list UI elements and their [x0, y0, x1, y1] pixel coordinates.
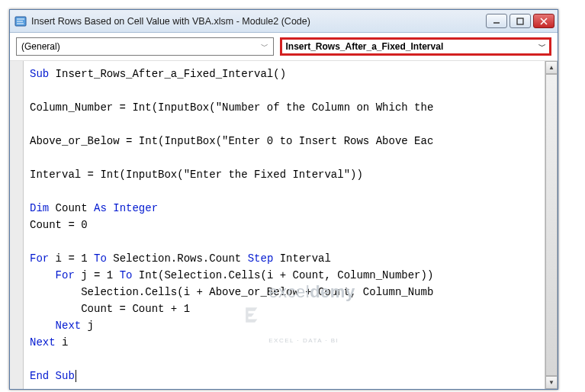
chevron-down-icon: ﹀: [538, 41, 546, 52]
scroll-down-button[interactable]: ▼: [545, 376, 558, 389]
chevron-down-icon: ﹀: [261, 41, 268, 52]
window-buttons: [486, 14, 554, 28]
procedure-dropdown-value: Insert_Rows_After_a_Fixed_Interval: [285, 41, 443, 52]
object-dropdown[interactable]: (General) ﹀: [16, 37, 274, 56]
maximize-button[interactable]: [509, 14, 531, 28]
vba-code-window: Insert Rows Based on Cell Value with VBA…: [9, 9, 558, 390]
code-editor[interactable]: Sub Insert_Rows_After_a_Fixed_Interval()…: [24, 61, 545, 389]
procedure-dropdown[interactable]: Insert_Rows_After_a_Fixed_Interval ﹀: [280, 37, 551, 56]
minimize-button[interactable]: [486, 14, 507, 28]
scroll-up-button[interactable]: ▲: [545, 61, 558, 74]
titlebar[interactable]: Insert Rows Based on Cell Value with VBA…: [10, 10, 558, 33]
dropdown-row: (General) ﹀ Insert_Rows_After_a_Fixed_In…: [10, 33, 558, 61]
margin-indicator-bar[interactable]: [10, 61, 24, 389]
vba-module-icon: [14, 15, 27, 27]
code-pane: Sub Insert_Rows_After_a_Fixed_Interval()…: [10, 61, 558, 389]
vertical-scrollbar[interactable]: ▲ ▼: [545, 61, 558, 389]
window-title: Insert Rows Based on Cell Value with VBA…: [31, 16, 486, 27]
scroll-thumb[interactable]: [545, 74, 558, 376]
object-dropdown-value: (General): [21, 41, 60, 52]
svg-rect-5: [517, 18, 523, 24]
scroll-track[interactable]: [545, 74, 558, 376]
close-button[interactable]: [533, 14, 554, 28]
text-cursor: [76, 370, 76, 382]
